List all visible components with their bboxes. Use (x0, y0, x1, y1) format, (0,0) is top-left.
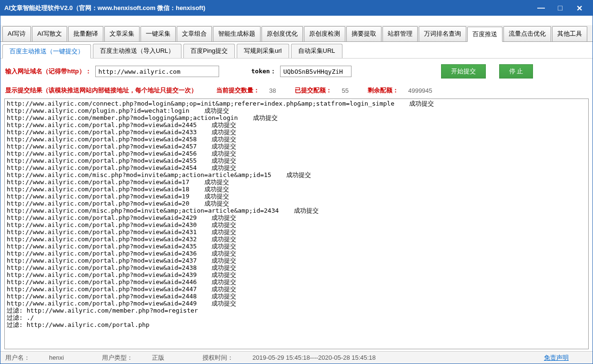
close-button[interactable]: ✕ (570, 0, 589, 16)
log-line: http://www.ailyric.com/portal.php?mod=vi… (7, 228, 586, 236)
log-line: http://www.ailyric.com/plugin.php?id=wec… (7, 107, 586, 114)
submitted-quota-label: 已提交配额： (295, 86, 332, 95)
log-line: http://www.ailyric.com/portal.php?mod=vi… (7, 221, 586, 228)
sub-tab-3[interactable]: 写规则采集url (237, 44, 289, 58)
main-tab-2[interactable]: 批量翻译 (68, 26, 103, 41)
main-tab-7[interactable]: 原创度优化 (261, 26, 303, 41)
main-tab-4[interactable]: 一键采集 (141, 26, 176, 41)
log-line: http://www.ailyric.com/portal.php?mod=vi… (7, 264, 586, 271)
log-line: http://www.ailyric.com/portal.php?mod=vi… (7, 164, 586, 171)
sub-tab-2[interactable]: 百度Ping提交 (183, 44, 235, 58)
log-line: http://www.ailyric.com/portal.php?mod=vi… (7, 121, 586, 128)
maximize-button[interactable]: □ (551, 0, 570, 16)
result-header: 显示提交结果（该模块推送网站内部链接地址，每个地址只提交一次） (5, 86, 197, 95)
main-tab-6[interactable]: 智能生成标题 (213, 26, 261, 41)
current-count-value: 38 (269, 87, 276, 94)
log-line: http://www.ailyric.com/portal.php?mod=vi… (7, 214, 586, 221)
start-submit-button[interactable]: 开始提交 (441, 64, 486, 79)
url-label: 输入网址域名（记得带http）： (5, 67, 91, 76)
user-name: 用户名：henxi (5, 354, 83, 362)
user-type: 用户类型：正版 (102, 354, 183, 362)
statusbar: 用户名：henxi 用户类型：正版 授权时间：2019-05-29 15:45:… (0, 351, 593, 364)
main-tab-8[interactable]: 原创度检测 (304, 26, 345, 41)
log-line: http://www.ailyric.com/portal.php?mod=vi… (7, 128, 586, 136)
token-label: token： (251, 67, 276, 76)
submitted-quota-value: 55 (342, 87, 348, 94)
log-line: http://www.ailyric.com/portal.php?mod=vi… (7, 300, 586, 307)
log-line: 过滤: ./ (7, 314, 586, 321)
main-tab-0[interactable]: AI写诗 (2, 26, 31, 41)
log-output[interactable]: http://www.ailyric.com/connect.php?mod=l… (4, 98, 589, 349)
main-tab-5[interactable]: 文章组合 (177, 26, 212, 41)
main-tab-10[interactable]: 站群管理 (382, 26, 418, 41)
log-line: 过滤: http://www.ailyric.com/portal.php (7, 321, 586, 328)
main-tab-1[interactable]: AI写散文 (32, 26, 67, 41)
sub-tab-0[interactable]: 百度主动推送（一键提交） (2, 44, 91, 59)
remain-quota-label: 剩余配额： (368, 86, 399, 95)
log-line: http://www.ailyric.com/member.php?mod=lo… (7, 114, 586, 121)
log-line: http://www.ailyric.com/portal.php?mod=vi… (7, 193, 586, 200)
log-line: http://www.ailyric.com/portal.php?mod=vi… (7, 186, 586, 193)
log-line: http://www.ailyric.com/portal.php?mod=vi… (7, 250, 586, 257)
status-row: 显示提交结果（该模块推送网站内部链接地址，每个地址只提交一次） 当前提交数量： … (0, 84, 593, 97)
log-line: http://www.ailyric.com/portal.php?mod=vi… (7, 285, 586, 293)
log-line: http://www.ailyric.com/portal.php?mod=vi… (7, 257, 586, 264)
url-input[interactable] (95, 66, 219, 77)
log-line: http://www.ailyric.com/misc.php?mod=invi… (7, 171, 586, 178)
log-line: http://www.ailyric.com/portal.php?mod=vi… (7, 136, 586, 143)
log-line: http://www.ailyric.com/portal.php?mod=vi… (7, 293, 586, 300)
minimize-button[interactable]: — (532, 0, 551, 16)
input-row: 输入网址域名（记得带http）： token： 开始提交 停 止 (0, 59, 593, 84)
main-tab-9[interactable]: 摘要提取 (346, 26, 382, 41)
sub-tab-bar: 百度主动推送（一键提交）百度主动推送（导入URL）百度Ping提交写规则采集ur… (0, 42, 593, 59)
window-title: AI文章智能处理软件V2.0（官网：www.henxisoft.com 微信：h… (4, 4, 532, 12)
log-line: http://www.ailyric.com/portal.php?mod=vi… (7, 157, 586, 164)
stop-button[interactable]: 停 止 (499, 64, 533, 79)
current-count-label: 当前提交数量： (216, 86, 260, 95)
disclaimer-link[interactable]: 免责声明 (544, 354, 569, 362)
main-tab-13[interactable]: 流量点击优化 (503, 26, 551, 41)
log-line: http://www.ailyric.com/connect.php?mod=l… (7, 100, 586, 107)
log-line: http://www.ailyric.com/portal.php?mod=vi… (7, 200, 586, 207)
main-tab-12[interactable]: 百度推送 (467, 27, 503, 42)
token-input[interactable] (280, 66, 352, 77)
log-line: http://www.ailyric.com/portal.php?mod=vi… (7, 150, 586, 157)
main-tab-bar: AI写诗AI写散文批量翻译文章采集一键采集文章组合智能生成标题原创度优化原创度检… (0, 25, 593, 42)
log-line: http://www.ailyric.com/misc.php?mod=invi… (7, 207, 586, 214)
log-line: http://www.ailyric.com/portal.php?mod=vi… (7, 236, 586, 243)
sub-tab-1[interactable]: 百度主动推送（导入URL） (93, 44, 181, 58)
log-line: http://www.ailyric.com/portal.php?mod=vi… (7, 271, 586, 278)
auth-time: 授权时间：2019-05-29 15:45:18----2020-05-28 1… (202, 354, 395, 362)
top-spacer (0, 16, 593, 25)
main-tab-14[interactable]: 其他工具 (552, 26, 587, 41)
remain-quota-value: 4999945 (408, 87, 432, 94)
log-line: 过滤: http://www.ailyric.com/member.php?mo… (7, 307, 586, 314)
log-line: http://www.ailyric.com/portal.php?mod=vi… (7, 178, 586, 186)
log-line: http://www.ailyric.com/portal.php?mod=vi… (7, 143, 586, 150)
sub-tab-4[interactable]: 自动采集URL (291, 44, 342, 58)
titlebar: AI文章智能处理软件V2.0（官网：www.henxisoft.com 微信：h… (0, 0, 593, 16)
log-line: http://www.ailyric.com/portal.php?mod=vi… (7, 243, 586, 250)
log-line: http://www.ailyric.com/portal.php?mod=vi… (7, 278, 586, 285)
main-tab-11[interactable]: 万词排名查询 (419, 26, 466, 41)
main-tab-3[interactable]: 文章采集 (104, 26, 140, 41)
